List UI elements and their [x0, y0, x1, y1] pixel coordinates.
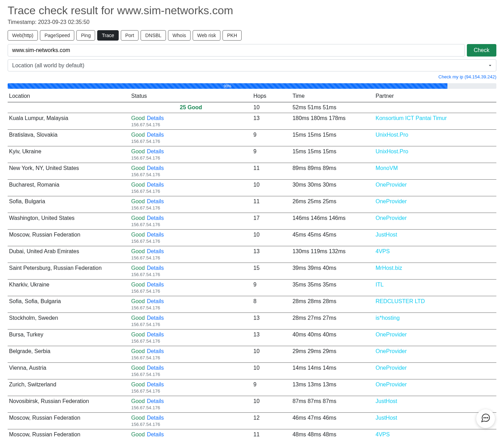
details-link[interactable]: Details: [147, 282, 164, 288]
resolved-ip: 156.67.54.176: [131, 255, 251, 260]
details-link[interactable]: Details: [147, 198, 164, 204]
check-my-ip-link[interactable]: Check my ip (94.154.39.242): [438, 74, 496, 79]
tab-port[interactable]: Port: [121, 30, 139, 41]
partner-link[interactable]: OneProvider: [376, 182, 407, 188]
table-row: Zurich, SwitzerlandGoodDetails156.67.54.…: [8, 379, 496, 396]
partner-link[interactable]: OneProvider: [376, 332, 407, 337]
details-link[interactable]: Details: [147, 398, 164, 404]
tab-web-http-[interactable]: Web(http): [8, 30, 38, 41]
tab-pkh[interactable]: PKH: [222, 30, 242, 41]
cell-status: GoodDetails156.67.54.176: [130, 379, 252, 396]
partner-link[interactable]: 4VPS: [376, 248, 390, 254]
details-link[interactable]: Details: [147, 248, 164, 254]
cell-status: GoodDetails156.67.54.176: [130, 329, 252, 346]
check-button[interactable]: Check: [467, 44, 496, 57]
tab-pagespeed[interactable]: PageSpeed: [40, 30, 74, 41]
cell-partner: is*hosting: [374, 313, 496, 329]
tab-ping[interactable]: Ping: [76, 30, 95, 41]
partner-link[interactable]: OneProvider: [376, 365, 407, 371]
details-link[interactable]: Details: [147, 132, 164, 138]
cell-hops: 10: [252, 346, 291, 363]
cell-status: GoodDetails156.67.54.176: [130, 313, 252, 329]
location-select[interactable]: Location (all world by default): [8, 59, 496, 71]
details-link[interactable]: Details: [147, 382, 164, 387]
details-link[interactable]: Details: [147, 165, 164, 171]
timestamp: Timestamp: 2023-09-23 02:35:50: [8, 19, 496, 25]
cell-location: Stockholm, Sweden: [8, 313, 130, 329]
details-link[interactable]: Details: [147, 431, 164, 437]
partner-link[interactable]: MonoVM: [376, 165, 398, 171]
partner-link[interactable]: JustHost: [376, 398, 397, 404]
tab-web-risk[interactable]: Web risk: [193, 30, 220, 41]
status-good-label: Good: [131, 232, 145, 238]
details-link[interactable]: Details: [147, 182, 164, 188]
details-link[interactable]: Details: [147, 215, 164, 221]
details-link[interactable]: Details: [147, 265, 164, 271]
resolved-ip: 156.67.54.176: [131, 272, 251, 277]
table-row: Bursa, TurkeyGoodDetails156.67.54.176134…: [8, 329, 496, 346]
partner-link[interactable]: UnixHost.Pro: [376, 148, 408, 154]
details-link[interactable]: Details: [147, 148, 164, 154]
partner-link[interactable]: UnixHost.Pro: [376, 132, 408, 138]
tab-trace[interactable]: Trace: [97, 30, 118, 41]
details-link[interactable]: Details: [147, 115, 164, 121]
details-link[interactable]: Details: [147, 232, 164, 238]
partner-link[interactable]: ITL: [376, 282, 384, 288]
cell-location: Sofia, Bulgaria: [8, 196, 130, 213]
summary-row: 25 Good 10 52ms 51ms 51ms: [8, 102, 496, 113]
chat-button[interactable]: [476, 409, 495, 428]
cell-hops: 13: [252, 329, 291, 346]
cell-partner: UnixHost.Pro: [374, 146, 496, 163]
partner-link[interactable]: JustHost: [376, 232, 397, 238]
cell-hops: 9: [252, 379, 291, 396]
partner-link[interactable]: 4VPS: [376, 431, 390, 437]
cell-location: Kharkiv, Ukraine: [8, 280, 130, 296]
partner-link[interactable]: Konsortium ICT Pantai Timur: [376, 115, 447, 121]
resolved-ip: 156.67.54.176: [131, 189, 251, 194]
status-good-label: Good: [131, 315, 145, 321]
chat-icon: [480, 413, 491, 425]
resolved-ip: 156.67.54.176: [131, 388, 251, 394]
cell-status: GoodDetails156.67.54.176: [130, 280, 252, 296]
cell-hops: 12: [252, 413, 291, 429]
details-link[interactable]: Details: [147, 415, 164, 421]
tool-tabs: Web(http)PageSpeedPingTracePortDNSBLWhoi…: [8, 30, 496, 41]
cell-location: Moscow, Russian Federation: [8, 413, 130, 429]
status-good-label: Good: [131, 415, 145, 421]
tab-whois[interactable]: Whois: [168, 30, 191, 41]
details-link[interactable]: Details: [147, 315, 164, 321]
resolved-ip: 156.67.54.176: [131, 239, 251, 244]
cell-location: Moscow, Russian Federation: [8, 230, 130, 246]
partner-link[interactable]: OneProvider: [376, 198, 407, 204]
cell-time: 15ms 15ms 15ms: [291, 146, 374, 163]
cell-hops: 13: [252, 246, 291, 263]
cell-partner: REDCLUSTER LTD: [374, 296, 496, 313]
resolved-ip: 156.67.54.176: [131, 372, 251, 377]
details-link[interactable]: Details: [147, 298, 164, 304]
details-link[interactable]: Details: [147, 348, 164, 354]
url-input[interactable]: [8, 44, 465, 57]
partner-link[interactable]: JustHost: [376, 415, 397, 421]
cell-partner: ITL: [374, 280, 496, 296]
cell-partner: Konsortium ICT Pantai Timur: [374, 113, 496, 130]
cell-partner: OneProvider: [374, 363, 496, 379]
cell-location: Dubai, United Arab Emirates: [8, 246, 130, 263]
partner-link[interactable]: MrHost.biz: [376, 265, 402, 271]
details-link[interactable]: Details: [147, 365, 164, 371]
partner-link[interactable]: REDCLUSTER LTD: [376, 298, 425, 304]
cell-time: 46ms 47ms 46ms: [291, 413, 374, 429]
table-row: Belgrade, SerbiaGoodDetails156.67.54.176…: [8, 346, 496, 363]
partner-link[interactable]: OneProvider: [376, 348, 407, 354]
partner-link[interactable]: OneProvider: [376, 215, 407, 221]
partner-link[interactable]: is*hosting: [376, 315, 400, 321]
cell-hops: 9: [252, 146, 291, 163]
cell-location: Zurich, Switzerland: [8, 379, 130, 396]
partner-link[interactable]: OneProvider: [376, 382, 407, 387]
summary-status: 25 Good: [130, 102, 252, 113]
details-link[interactable]: Details: [147, 332, 164, 337]
resolved-ip: 156.67.54.176: [131, 355, 251, 360]
tab-dnsbl[interactable]: DNSBL: [141, 30, 166, 41]
resolved-ip: 156.67.54.176: [131, 305, 251, 310]
cell-partner: 4VPS: [374, 429, 496, 437]
cell-hops: 10: [252, 180, 291, 196]
